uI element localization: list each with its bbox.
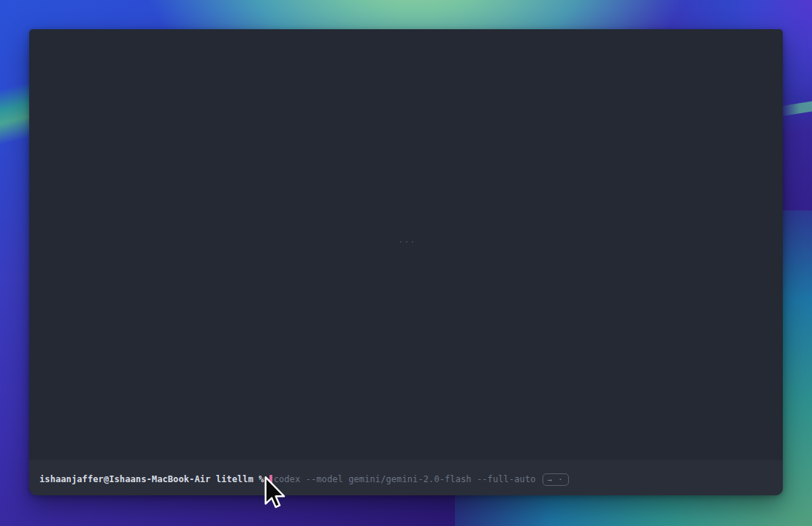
shell-prompt-text: ishaanjaffer@Ishaans-MacBook-Air litellm…	[39, 473, 264, 486]
terminal-loading-ellipsis: ...	[398, 235, 416, 245]
terminal-prompt-line[interactable]: ishaanjaffer@Ishaans-MacBook-Air litellm…	[39, 473, 569, 486]
terminal-window[interactable]: ... ishaanjaffer@Ishaans-MacBook-Air lit…	[29, 29, 783, 495]
mouse-cursor-icon	[264, 476, 287, 510]
wallpaper-teal-right-band	[780, 102, 812, 117]
accept-suggestion-hint-badge: → ·	[543, 473, 569, 486]
command-autosuggestion-text: codex --model gemini/gemini-2.0-flash --…	[274, 473, 536, 486]
